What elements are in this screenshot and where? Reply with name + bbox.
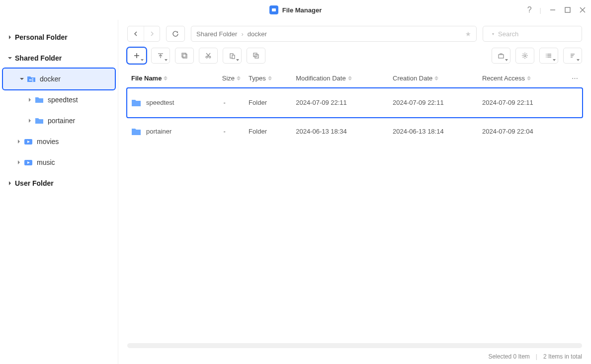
status-selected: Selected 0 Item [488,353,529,360]
favorite-star-icon[interactable]: ★ [465,30,471,38]
archive-button[interactable] [492,48,510,64]
svg-rect-18 [182,53,186,57]
sidebar-item-movies[interactable]: movies [0,131,118,152]
table-row[interactable]: speedtest-Folder2024-07-09 22:112024-07-… [127,88,582,117]
col-header-accessed[interactable]: Recent Access [478,69,568,88]
col-header-more[interactable]: ⋯ [568,69,582,88]
cut-button[interactable] [199,48,218,64]
chevron-right-icon [7,34,13,40]
sidebar-label: Personal Folder [15,33,68,41]
search-dropdown-icon[interactable]: ▾ [492,32,494,36]
sidebar-label: speedtest [48,96,78,104]
copy-icon [181,52,188,59]
svg-point-34 [546,57,547,58]
sidebar-item-music[interactable]: music [0,152,118,173]
chevron-right-icon [7,180,13,186]
folder-icon [131,98,141,107]
dropdown-indicator [577,59,580,61]
breadcrumb-current[interactable]: docker [248,30,267,38]
settings-button[interactable] [515,48,534,64]
view-button[interactable] [539,48,558,64]
top-nav-row: Shared Folder › docker ★ ▾ [118,20,591,42]
maximize-icon[interactable] [564,6,571,13]
titlebar: File Manager ? | [0,0,591,20]
file-type: Folder [245,117,292,146]
list-icon [545,52,552,59]
chevron-right-icon [16,139,22,145]
file-type: Folder [245,88,292,117]
media-folder-icon [24,158,33,167]
sidebar-section-shared[interactable]: Shared Folder [0,48,118,69]
duplicate-button[interactable] [247,48,265,64]
sidebar-item-docker[interactable]: docker [3,69,115,89]
file-created: 2024-07-09 22:11 [389,88,478,117]
media-folder-icon [24,137,33,146]
app-title: File Manager [282,6,322,14]
briefcase-icon [498,52,505,59]
file-modified: 2024-06-13 18:34 [292,117,389,146]
content-area: Shared Folder › docker ★ ▾ [118,20,591,364]
refresh-button[interactable] [166,26,185,42]
dropdown-indicator [236,59,239,61]
file-size: - [204,88,245,117]
copy-button[interactable] [175,48,194,64]
help-icon[interactable]: ? [527,5,532,14]
svg-rect-17 [183,54,187,58]
scissors-icon [205,52,212,59]
paste-button[interactable] [223,48,242,64]
plus-icon [133,52,140,59]
file-created: 2024-06-13 18:14 [389,117,478,146]
search-box[interactable]: ▾ [483,26,582,42]
close-icon[interactable] [579,6,586,13]
svg-point-33 [546,55,547,56]
sidebar-label: portainer [48,117,75,125]
sidebar-item-speedtest[interactable]: speedtest [0,89,118,110]
file-size: - [204,117,245,146]
action-toolbar [118,42,591,69]
search-input[interactable] [498,30,582,38]
folder-icon [131,127,141,136]
folder-icon [35,116,44,125]
sidebar-label: Shared Folder [15,54,62,62]
history-nav-group [127,26,160,42]
duplicate-icon [253,52,259,59]
col-header-types[interactable]: Types [245,69,292,88]
table-row[interactable]: portainer-Folder2024-06-13 18:342024-06-… [127,117,582,146]
file-name: portainer [146,128,171,135]
dropdown-indicator [141,59,144,61]
sidebar-label: docker [40,75,61,83]
sidebar-label: movies [37,138,59,146]
horizontal-scrollbar[interactable] [127,343,582,348]
dropdown-indicator [553,59,556,61]
sidebar-item-portainer[interactable]: portainer [0,110,118,131]
svg-rect-27 [499,55,504,58]
col-header-created[interactable]: Creation Date [389,69,478,88]
forward-button[interactable] [144,26,160,41]
file-accessed: 2024-07-09 22:04 [478,117,568,146]
back-button[interactable] [128,26,144,41]
file-table-wrapper: File Name Size Types Modification Date C… [118,69,591,343]
status-bar: Selected 0 Item | 2 Items in total [118,349,591,364]
sort-icon [569,52,576,59]
new-button[interactable] [127,48,146,64]
status-divider: | [536,353,537,360]
shared-folder-icon [27,74,36,83]
window-controls: ? | [527,0,586,20]
col-header-size[interactable]: Size [204,69,245,88]
dropdown-indicator [505,59,508,61]
status-total: 2 Items in total [543,353,582,360]
sort-button[interactable] [563,48,582,64]
svg-rect-0 [272,8,276,11]
chevron-right-icon [27,118,33,124]
sidebar-section-personal[interactable]: Personal Folder [0,27,118,48]
upload-button[interactable] [151,48,170,64]
sidebar-section-user[interactable]: User Folder [0,173,118,194]
paste-icon [229,52,236,59]
upload-icon [157,52,164,59]
folder-icon [35,95,44,104]
breadcrumb-bar[interactable]: Shared Folder › docker ★ [191,26,477,42]
minimize-icon[interactable] [549,6,556,13]
breadcrumb-root[interactable]: Shared Folder [196,30,237,38]
col-header-modified[interactable]: Modification Date [292,69,389,88]
col-header-name[interactable]: File Name [127,69,204,88]
